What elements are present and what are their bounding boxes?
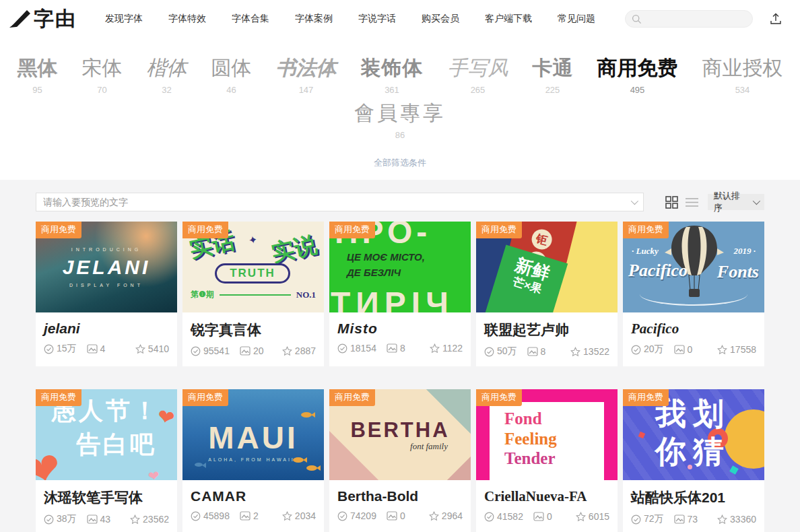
font-card-lianmengqiyi[interactable]: 商用免费 钜 惠 新鲜 芒×果 联盟起艺卢帅 [476, 222, 618, 366]
preview-art-text: Fond [504, 409, 604, 429]
font-name[interactable]: CriellaNueva-FA [476, 480, 618, 511]
category-katong[interactable]: 卡通 225 [533, 57, 573, 95]
category-shangyong-mianfei-selected[interactable]: 商用免费 495 [597, 57, 678, 95]
category-songti[interactable]: 宋体 70 [82, 57, 123, 95]
font-name[interactable]: 锐字真言体 [182, 312, 324, 345]
image-count: 2 [240, 510, 259, 521]
usage-count: 18154 [337, 343, 376, 354]
upload-button[interactable] [769, 12, 782, 26]
nav-item-client-download[interactable]: 客户端下载 [485, 13, 532, 25]
preview-art-text: Tender [504, 448, 604, 469]
nav-item-cases[interactable]: 字体案例 [295, 13, 333, 25]
preview-text-input[interactable] [43, 197, 631, 207]
category-yuanti[interactable]: 圆体 46 [211, 57, 252, 95]
preview-art-text: Feeling [504, 429, 604, 449]
nav-item-stories[interactable]: 字说字话 [358, 13, 396, 25]
category-filter-section: 黑体 95 宋体 70 楷体 32 圆体 46 书法体 147 装饰体 361 … [0, 38, 800, 180]
list-view-icon[interactable] [686, 197, 698, 207]
image-icon [87, 514, 98, 524]
preview-dropdown-chevron-icon[interactable] [631, 197, 638, 205]
font-name[interactable]: Bertha-Bold [329, 480, 471, 510]
heart-icon: ❤ [147, 467, 161, 480]
favorite-count[interactable]: 1122 [430, 343, 463, 354]
font-card-zhanku-kuaileti[interactable]: 商用免费 我划 你猜 站酷快乐体201 72万 73 [623, 389, 764, 532]
nav-item-collections[interactable]: 字体合集 [232, 13, 269, 25]
favorite-count[interactable]: 2034 [282, 510, 316, 521]
favorite-count[interactable]: 33360 [717, 514, 756, 525]
header-search-input[interactable] [646, 14, 746, 24]
preview-art-text: 告白吧 [76, 428, 157, 461]
font-name[interactable]: 联盟起艺卢帅 [476, 312, 618, 345]
check-circle-icon [44, 344, 54, 354]
favorite-count[interactable]: 6015 [576, 511, 609, 522]
star-icon [135, 344, 145, 354]
favorite-count[interactable]: 17558 [717, 344, 756, 355]
check-circle-icon [191, 511, 201, 521]
font-card-camar[interactable]: 商用免费 MAUI ALOHA, FROM HAWAII. CAMAR 4589… [182, 389, 324, 532]
header-search-box[interactable] [625, 10, 753, 28]
commercial-free-badge: 商用免费 [36, 389, 81, 406]
font-stats: 74209 0 2964 [329, 510, 471, 530]
preview-art-text: font family [410, 441, 448, 452]
font-card-ruizizhenyanti[interactable]: 商用免费 实话 ✦ 实说 TRUTH 第❶期 NO.1 锐字真言体 [182, 222, 324, 366]
font-name[interactable]: CAMAR [182, 480, 324, 510]
preview-art-text: JELANI [63, 256, 151, 279]
preview-art-text: Fonts [717, 262, 759, 282]
image-icon [387, 343, 397, 353]
pen-logo-icon [8, 8, 31, 30]
sort-dropdown[interactable]: 默认排序 [708, 194, 764, 210]
category-huiyuan-zhuanxiang[interactable]: 會員專享 86 [354, 102, 446, 140]
favorite-count[interactable]: 5410 [135, 343, 169, 354]
font-card-misto[interactable]: 商用免费 ПРО- ТИРІЧ ЦЕ МОЄ МІСТО,ДЕ БЕЗЛІЧ M… [329, 222, 471, 366]
check-circle-icon [191, 346, 201, 356]
usage-count: 74209 [337, 510, 376, 521]
favorite-count[interactable]: 2964 [429, 510, 463, 521]
commercial-free-badge: 商用免费 [329, 389, 375, 406]
nav-item-faq[interactable]: 常见问题 [558, 13, 595, 25]
category-shouxiefeng[interactable]: 手写风 265 [448, 57, 508, 95]
category-zhuangshiti[interactable]: 装饰体 361 [361, 57, 424, 95]
image-icon [240, 511, 251, 521]
preview-art-text: TRUTH [215, 263, 290, 284]
commercial-free-badge: 商用免费 [623, 389, 669, 406]
font-card-muyao[interactable]: 商用免费 愚人节！ 告白吧 ❤ ❤ ❤ 沐瑶软笔手写体 38万 43 [36, 389, 177, 532]
favorite-count[interactable]: 23562 [130, 514, 169, 525]
category-shangye-shouquan[interactable]: 商业授权 534 [702, 57, 783, 95]
font-card-pacifico[interactable]: 商用免费 · Lucky 2019 · Pacifico Fo [623, 222, 764, 366]
nav-item-discover[interactable]: 发现字体 [105, 13, 143, 25]
grid-view-icon[interactable] [665, 196, 678, 209]
image-icon [527, 347, 538, 356]
category-shufati[interactable]: 书法体 147 [276, 57, 337, 95]
category-kaiti[interactable]: 楷体 32 [147, 57, 187, 95]
category-label: 宋体 [82, 57, 123, 79]
nav-item-effects[interactable]: 字体特效 [168, 13, 206, 25]
font-name[interactable]: Pacifico [623, 312, 764, 343]
preview-art-text: 钜 [529, 227, 554, 251]
preview-text-box [36, 193, 644, 211]
category-count: 32 [147, 85, 187, 95]
view-toggles [665, 196, 698, 209]
sort-chevron-icon [753, 197, 760, 205]
star-icon [282, 511, 292, 521]
font-card-jelani[interactable]: 商用免费 INTRODUCING JELANI DISPLAY FONT jel… [36, 222, 177, 366]
favorite-count[interactable]: 2887 [282, 345, 316, 356]
all-filter-conditions-link[interactable]: 全部筛选条件 [374, 157, 426, 169]
font-name[interactable]: 站酷快乐体201 [623, 480, 764, 513]
category-heiti[interactable]: 黑体 95 [18, 57, 58, 95]
favorite-count[interactable]: 13522 [570, 346, 609, 357]
nav-item-membership[interactable]: 购买会员 [422, 13, 459, 25]
font-name[interactable]: 沐瑶软笔手写体 [36, 480, 177, 513]
preview-art-text: 第❶期 [191, 289, 214, 300]
font-stats: 45898 2 2034 [182, 510, 324, 530]
font-name[interactable]: Misto [329, 312, 471, 343]
category-count: 95 [18, 85, 58, 95]
font-stats: 72万 73 33360 [623, 513, 764, 532]
commercial-free-badge: 商用免费 [329, 222, 375, 238]
search-icon [632, 14, 642, 24]
category-count: 265 [448, 85, 508, 95]
category-label: 卡通 [533, 57, 573, 79]
site-logo[interactable]: 字由 [8, 5, 77, 33]
font-name[interactable]: jelani [36, 312, 177, 343]
font-card-criella-nueva[interactable]: 商用免费 Fond Feeling Tender CriellaNueva-FA… [476, 389, 618, 532]
font-card-bertha-bold[interactable]: 商用免费 BERTHA font family Bertha-Bold 7420… [329, 389, 471, 532]
